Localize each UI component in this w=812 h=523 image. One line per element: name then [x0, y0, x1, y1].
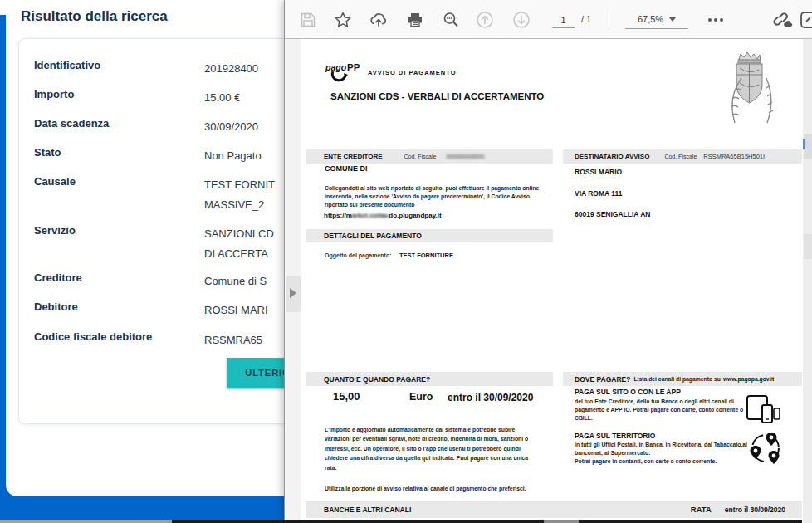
section-header: DESTINATARIO AVVISO — [575, 153, 649, 160]
field-label: Data scadenza — [34, 117, 109, 130]
pdf-toolbar: / 1 67,5% — [285, 0, 812, 39]
section-header: ENTE CREDITORE — [324, 153, 383, 160]
field-label: Identificativo — [34, 59, 100, 71]
section-header: DOVE PAGARE? — [575, 375, 630, 384]
page-total-label: / 1 — [581, 14, 591, 24]
amount-note-text: L'importo è aggiornato automaticamente d… — [325, 425, 541, 472]
more-options-icon[interactable] — [705, 10, 726, 30]
field-label: Importo — [34, 88, 74, 100]
bottom-edge-strip — [579, 520, 802, 523]
page-number-input[interactable] — [552, 12, 575, 28]
next-page-icon[interactable] — [511, 10, 531, 30]
utilizza-note-text: Utilizza la porzione di avviso relativa … — [325, 486, 526, 491]
section-header: BANCHE E ALTRI CANALI — [324, 506, 411, 514]
debtor-city: 60019 SENIGALLIA AN — [575, 210, 650, 218]
ente-name: COMUNE DI — [325, 164, 368, 173]
devices-icon — [746, 394, 780, 429]
currency-label: Euro — [409, 391, 433, 403]
scrollbar-highlight-tick — [803, 139, 805, 149]
search-icon[interactable] — [441, 10, 461, 30]
cf-label: Cod. Fiscale — [664, 154, 697, 159]
amount-value: 15,00 — [333, 390, 360, 403]
sidebar-toggle-button[interactable] — [286, 276, 301, 312]
save-icon[interactable] — [298, 10, 318, 30]
pagopa-logo: pago PP — [325, 61, 367, 89]
debtor-name: ROSSI MARIO — [575, 168, 622, 176]
scrollbar-thumb[interactable] — [804, 134, 812, 159]
pdf-viewer-window: / 1 67,5% — [284, 0, 812, 523]
field-label: Creditore — [34, 271, 82, 284]
url-prefix: https://m — [324, 212, 352, 219]
cf-label: Cod. Fiscale — [404, 154, 437, 159]
page-title: Risultato della ricerca — [21, 8, 168, 25]
deadline-label: entro il 30/09/2020 — [448, 392, 533, 403]
ente-creditore-header-bar: ENTE CREDITORE Cod. Fiscale 00000000000 — [306, 149, 553, 164]
territorio-text: in tutti gli Uffici Postali, in Banca, i… — [575, 441, 764, 467]
document-title: SANZIONI CDS - VERBALI DI ACCERTAMENTO — [330, 91, 544, 101]
territorio-title: PAGA SUL TERRITORIO — [575, 432, 655, 440]
oggetto-label: Oggetto del pagamento: — [325, 252, 392, 258]
dove-subtitle: Lista dei canali di pagamento su — [633, 376, 721, 382]
app-text: del tuo Ente Creditore, della tua Banca … — [575, 398, 747, 423]
destinatario-header-bar: DESTINATARIO AVVISO Cod. Fiscale RSSMRA6… — [563, 149, 802, 164]
field-label: Servizio — [34, 224, 76, 237]
bottom-edge-strip — [172, 520, 544, 523]
banche-header-bar: BANCHE E ALTRI CANALI RATA entro il 30/0… — [306, 501, 802, 518]
debtor-address: VIA ROMA 111 — [575, 189, 622, 198]
rata-deadline: entro il 30/09/2020 — [725, 506, 785, 514]
page-footer — [0, 496, 291, 521]
rata-label: RATA — [691, 505, 712, 514]
field-label: Codice fiscale debitore — [34, 330, 152, 343]
scrollbar-mark — [804, 234, 812, 259]
favorite-star-icon[interactable] — [333, 10, 353, 30]
bottom-edge-strip — [0, 520, 172, 523]
pdf-page: pago PP AVVISO DI PAGAMENTO SANZIONI CDS… — [301, 39, 803, 520]
previous-page-icon[interactable] — [475, 10, 495, 30]
rata-group: RATA entro il 30/09/2020 — [691, 505, 785, 514]
dove-link: www.pagopa.gov.it — [723, 376, 774, 382]
svg-text:PP: PP — [347, 62, 360, 72]
section-header: DETTAGLI DEL PAGAMENTO — [324, 232, 422, 240]
url-suffix: do.plugandpay.it — [389, 212, 441, 219]
screen: Risultato della ricerca Identificativo 2… — [0, 0, 812, 523]
section-header: QUANTO E QUANDO PAGARE? — [324, 375, 430, 384]
dove-header-bar: DOVE PAGARE? Lista dei canali di pagamen… — [563, 372, 802, 386]
triangle-right-icon — [290, 288, 296, 298]
field-label: Debitore — [34, 301, 78, 313]
dettagli-header-bar: DETTAGLI DEL PAGAMENTO — [306, 229, 553, 242]
payment-url: https://market.collaudo.plugandpay.it — [324, 212, 442, 219]
vertical-scrollbar[interactable] — [803, 39, 812, 523]
print-icon[interactable] — [405, 10, 425, 30]
svg-text:pago: pago — [325, 62, 347, 72]
zoom-level-select[interactable]: 67,5% — [625, 10, 688, 29]
field-label: Causale — [34, 175, 76, 188]
chevron-down-icon — [669, 17, 676, 22]
bottom-edge-strip — [544, 520, 579, 523]
upload-cloud-icon[interactable] — [369, 10, 389, 30]
viewer-gutter — [286, 39, 301, 520]
app-title: PAGA SUL SITO O CON LE APP — [575, 388, 681, 396]
url-redacted: arket.collau — [352, 212, 389, 219]
cf-value-redacted: 00000000000 — [446, 153, 484, 160]
annotate-icon[interactable] — [800, 10, 812, 30]
result-card: Identificativo 201928400 Importo 15.00 €… — [18, 38, 292, 424]
coat-of-arms-image — [728, 50, 775, 130]
field-label: Stato — [34, 146, 61, 159]
ente-info-text: Collegandoti al sito web riportato di se… — [325, 184, 550, 209]
cf-value: RSSMRA65B15H501I — [703, 153, 765, 160]
quanto-header-bar: QUANTO E QUANDO PAGARE? — [306, 372, 553, 386]
oggetto-value: TEST FORNITURE — [399, 252, 453, 259]
search-result-panel: Risultato della ricerca Identificativo 2… — [6, 0, 296, 496]
notice-type-label: AVVISO DI PAGAMENTO — [368, 69, 457, 76]
territory-pins-icon — [746, 429, 785, 471]
toolbar-divider — [609, 9, 609, 30]
link-icon[interactable] — [773, 10, 793, 30]
oggetto-row: Oggetto del pagamento: TEST FORNITURE — [325, 246, 453, 261]
zoom-level-value: 67,5% — [638, 14, 663, 24]
